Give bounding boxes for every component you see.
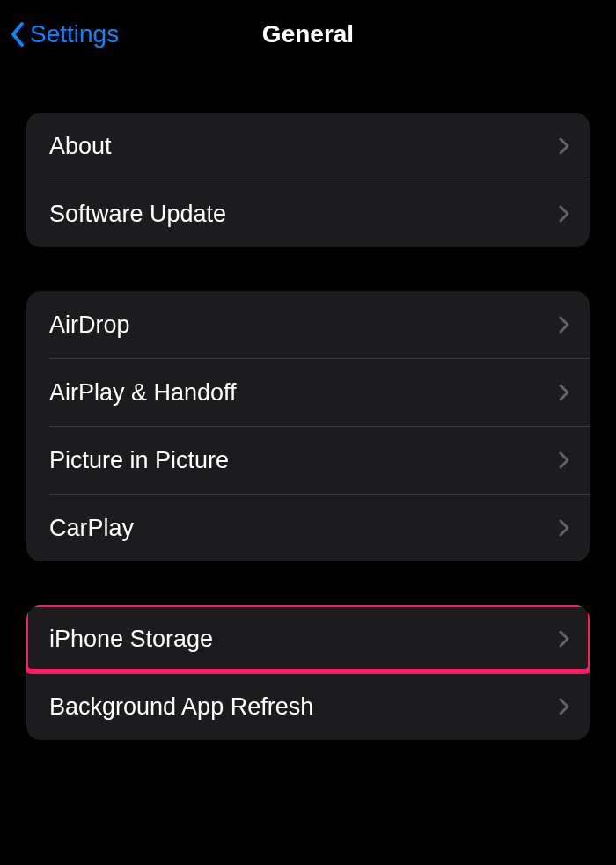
row-iphone-storage[interactable]: iPhone Storage — [26, 605, 590, 672]
row-label: AirPlay & Handoff — [49, 379, 237, 407]
row-label: About — [49, 133, 112, 160]
chevron-right-icon — [558, 697, 570, 716]
row-software-update[interactable]: Software Update — [26, 180, 590, 247]
row-background-app-refresh[interactable]: Background App Refresh — [26, 673, 590, 740]
row-label: CarPlay — [49, 515, 134, 542]
row-label: AirDrop — [49, 312, 130, 339]
back-label: Settings — [30, 20, 119, 48]
row-carplay[interactable]: CarPlay — [26, 495, 590, 561]
chevron-right-icon — [558, 136, 570, 156]
chevron-right-icon — [558, 518, 570, 538]
content-area: AboutSoftware UpdateAirDropAirPlay & Han… — [0, 69, 616, 740]
row-picture-in-picture[interactable]: Picture in Picture — [26, 427, 590, 494]
chevron-right-icon — [558, 315, 570, 334]
chevron-right-icon — [558, 383, 570, 402]
settings-group: iPhone StorageBackground App Refresh — [26, 605, 590, 740]
page-title: General — [262, 20, 354, 48]
row-about[interactable]: About — [26, 113, 590, 180]
chevron-left-icon — [9, 20, 26, 48]
row-label: Background App Refresh — [49, 693, 313, 721]
row-airdrop[interactable]: AirDrop — [26, 291, 590, 358]
chevron-right-icon — [558, 451, 570, 470]
chevron-right-icon — [558, 204, 570, 224]
settings-group: AirDropAirPlay & HandoffPicture in Pictu… — [26, 291, 590, 561]
row-label: iPhone Storage — [49, 626, 213, 653]
row-label: Software Update — [49, 201, 226, 228]
settings-group: AboutSoftware Update — [26, 113, 590, 247]
navigation-bar: Settings General — [0, 0, 616, 69]
back-button[interactable]: Settings — [9, 0, 119, 69]
row-label: Picture in Picture — [49, 447, 229, 474]
chevron-right-icon — [558, 629, 570, 649]
row-airplay-handoff[interactable]: AirPlay & Handoff — [26, 359, 590, 426]
